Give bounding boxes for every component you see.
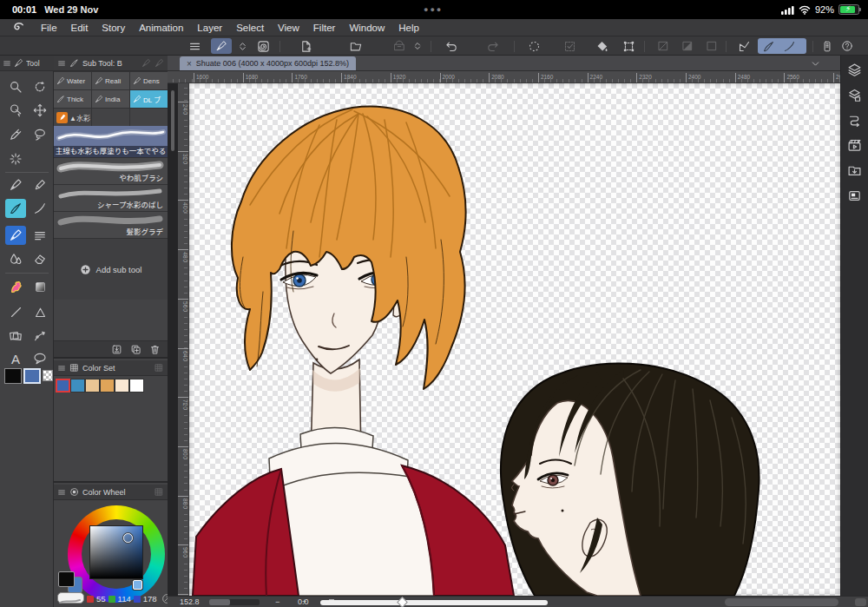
sub-tool-tab3-icon[interactable] xyxy=(155,58,164,68)
menu-animation[interactable]: Animation xyxy=(139,23,183,33)
color-set-tab2-icon[interactable] xyxy=(154,363,164,373)
brush-tool-selected[interactable] xyxy=(5,199,26,218)
open-file-icon[interactable] xyxy=(345,38,366,54)
move-tool[interactable] xyxy=(30,101,50,120)
menu-file[interactable]: File xyxy=(41,23,57,33)
import-folder-icon[interactable] xyxy=(847,163,862,178)
canvas-artwork[interactable] xyxy=(189,83,840,596)
blend-tool[interactable] xyxy=(5,249,26,268)
document-tab[interactable]: × Shuate 006 (4000 x 4000px 600dpi 152.8… xyxy=(180,56,356,70)
eraser-tool[interactable] xyxy=(30,249,50,268)
clip-studio-app-icon[interactable] xyxy=(253,38,273,54)
menu-select[interactable]: Select xyxy=(236,23,264,33)
eyedropper-tool[interactable] xyxy=(5,125,26,144)
wheel-main-color-chip[interactable] xyxy=(58,571,75,587)
rotation-slider-thumb[interactable] xyxy=(397,597,408,607)
tool-switch-updown-icon[interactable] xyxy=(235,38,249,54)
zoom-slider[interactable] xyxy=(209,599,260,605)
hatching-tool[interactable] xyxy=(30,226,50,245)
pen-input-icon[interactable] xyxy=(211,38,232,54)
help-icon[interactable] xyxy=(838,38,856,54)
brush-item[interactable]: 髪影グラデ xyxy=(54,212,168,239)
gradient-tool[interactable] xyxy=(30,277,50,296)
canvas-viewport[interactable] xyxy=(189,83,840,596)
watercolor-pen-tool-selected[interactable] xyxy=(5,226,26,245)
close-tab-icon[interactable]: × xyxy=(187,59,192,69)
straight-line-tool[interactable] xyxy=(5,302,26,321)
menu-help[interactable]: Help xyxy=(398,23,419,33)
curve-tool[interactable] xyxy=(30,199,50,218)
group-india[interactable]: India xyxy=(92,90,129,108)
brush-item[interactable]: シャープ水彩のばし xyxy=(54,185,168,212)
multitask-dots-icon[interactable]: ●●● xyxy=(424,5,443,14)
balloon-tool[interactable] xyxy=(30,349,50,368)
menu-edit[interactable]: Edit xyxy=(71,23,89,33)
main-color-chip[interactable] xyxy=(4,368,22,384)
tool-tab-pen-icon[interactable] xyxy=(14,58,23,68)
group-thick[interactable]: Thick xyxy=(54,90,91,108)
rotate-canvas-tool[interactable] xyxy=(30,77,50,96)
sub-color-chip-selected[interactable] xyxy=(23,368,41,384)
pencil-tool[interactable] xyxy=(30,175,50,195)
swatch[interactable] xyxy=(85,379,100,393)
figure-tool[interactable] xyxy=(30,302,50,321)
duplicate-sub-tool-icon[interactable] xyxy=(130,344,141,355)
group-dense[interactable]: Dens xyxy=(130,72,168,89)
brush-item-selected[interactable]: 主線も水彩も厚塗りも一本でやる xyxy=(54,126,168,158)
undo-icon[interactable] xyxy=(441,38,462,54)
toolbar-menu-icon[interactable] xyxy=(184,38,205,54)
color-wheel-tab2-icon[interactable] xyxy=(154,487,164,497)
brush-active-icon[interactable] xyxy=(758,38,779,54)
menu-view[interactable]: View xyxy=(278,23,299,33)
color-set-menu-icon[interactable] xyxy=(57,364,66,373)
blend-brush-active-icon[interactable] xyxy=(779,38,799,54)
curve-flow-icon[interactable] xyxy=(847,113,862,128)
layer-property-icon[interactable] xyxy=(847,88,862,102)
clip-studio-logo-icon[interactable] xyxy=(10,21,27,35)
sv-selector[interactable] xyxy=(123,533,133,543)
scrollbar-corner[interactable] xyxy=(855,598,866,606)
zoom-out-button[interactable]: − xyxy=(275,597,279,607)
tab-bar-collapse-icon[interactable] xyxy=(810,58,821,69)
sub-tool-menu-icon[interactable] xyxy=(57,59,66,68)
info-card-icon[interactable] xyxy=(847,188,862,203)
saturation-value-square[interactable] xyxy=(89,525,143,579)
swatch-selected[interactable] xyxy=(56,379,70,393)
add-sub-tool-button[interactable]: Add sub tool xyxy=(54,239,168,300)
menu-window[interactable]: Window xyxy=(349,23,385,33)
frame-border-tool[interactable] xyxy=(5,327,26,346)
group-dl-selected[interactable]: DL ブ xyxy=(130,90,168,108)
color-wheel-menu-icon[interactable] xyxy=(57,488,66,497)
panel-divider[interactable] xyxy=(168,56,178,596)
pen-tool[interactable] xyxy=(5,175,26,195)
layers-icon[interactable] xyxy=(847,63,862,77)
menu-layer[interactable]: Layer xyxy=(197,23,222,33)
zoom-tool[interactable] xyxy=(5,77,26,96)
animation-clapper-icon[interactable] xyxy=(847,138,862,153)
group-water[interactable]: Water xyxy=(54,72,91,89)
save-updown-icon[interactable] xyxy=(411,38,424,54)
brush-item[interactable]: やわ肌ブラシ xyxy=(54,158,168,185)
group-real[interactable]: Reali xyxy=(92,72,129,89)
menu-story[interactable]: Story xyxy=(102,23,125,33)
sub-tool-tab2-icon[interactable] xyxy=(141,58,151,68)
stroke-preview-chip[interactable] xyxy=(57,592,84,604)
delete-sub-tool-icon[interactable] xyxy=(149,344,161,355)
device-palette-icon[interactable] xyxy=(817,38,838,54)
group-suisai[interactable]: ▲水彩 xyxy=(54,109,91,126)
horizontal-scrollbar[interactable] xyxy=(725,598,838,606)
auto-select-tool[interactable] xyxy=(5,149,26,168)
swatch[interactable] xyxy=(129,379,144,393)
swatch[interactable] xyxy=(115,379,129,393)
decoration-tool[interactable] xyxy=(5,277,26,296)
text-tool[interactable]: A xyxy=(5,349,26,368)
divider-handle[interactable] xyxy=(171,90,174,151)
correct-line-tool[interactable] xyxy=(30,327,50,346)
swatch[interactable] xyxy=(100,379,115,393)
new-document-icon[interactable] xyxy=(295,38,316,54)
transform-icon[interactable] xyxy=(618,38,639,54)
rotation-slider[interactable] xyxy=(320,600,548,605)
tool-panel-menu-icon[interactable] xyxy=(3,59,11,68)
transparent-color-chip[interactable] xyxy=(43,370,53,381)
operate-tool[interactable] xyxy=(5,101,26,120)
